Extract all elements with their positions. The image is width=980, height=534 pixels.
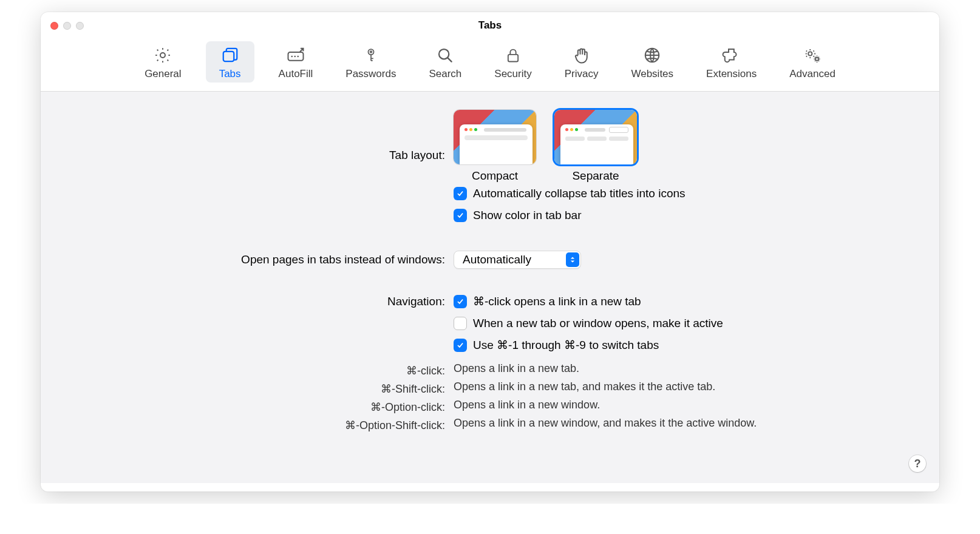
svg-point-4 (294, 56, 296, 58)
preferences-window: Tabs General Tabs AutoFill Passwords (41, 12, 939, 492)
toolbar-item-extensions[interactable]: Extensions (698, 41, 765, 83)
lock-icon (503, 45, 523, 66)
desc-key-1: ⌘-Shift-click: (65, 380, 454, 397)
toolbar-label-websites: Websites (631, 68, 673, 80)
toolbar-label-security: Security (494, 68, 531, 80)
tab-layout-compact-preview (454, 110, 536, 164)
checkbox-make-new-tab-active[interactable] (454, 317, 467, 330)
gears-icon (802, 45, 823, 66)
hand-icon (571, 45, 592, 66)
globe-icon (642, 45, 662, 66)
key-icon (361, 45, 381, 66)
tab-layout-compact-label: Compact (472, 169, 518, 183)
svg-point-5 (297, 56, 299, 58)
open-pages-value: Automatically (463, 253, 531, 266)
checkbox-collapse-tab-titles-label: Automatically collapse tab titles into i… (473, 185, 686, 202)
svg-point-6 (368, 49, 373, 55)
open-pages-popup[interactable]: Automatically (454, 251, 581, 269)
toolbar-label-extensions: Extensions (706, 68, 757, 80)
search-icon (435, 45, 455, 66)
toolbar-label-general: General (145, 68, 181, 80)
toolbar-item-autofill[interactable]: AutoFill (270, 41, 322, 83)
svg-point-0 (160, 53, 165, 58)
puzzle-icon (721, 45, 742, 66)
svg-point-3 (291, 56, 293, 58)
tab-layout-separate[interactable]: Separate (554, 110, 637, 183)
desc-val-0: Opens a link in a new tab. (454, 362, 915, 375)
toolbar-label-tabs: Tabs (219, 68, 241, 80)
toolbar-label-privacy: Privacy (565, 68, 599, 80)
toolbar-item-passwords[interactable]: Passwords (337, 41, 404, 83)
toolbar-item-general[interactable]: General (136, 41, 189, 83)
window-title: Tabs (41, 19, 939, 32)
toolbar-item-privacy[interactable]: Privacy (556, 41, 607, 83)
autofill-icon (285, 45, 306, 66)
help-button[interactable]: ? (909, 455, 926, 472)
desc-val-1: Opens a link in a new tab, and makes it … (454, 380, 915, 393)
checkbox-make-new-tab-active-label: When a new tab or window opens, make it … (473, 315, 723, 332)
toolbar-item-tabs[interactable]: Tabs (206, 41, 254, 83)
tab-layout-compact[interactable]: Compact (454, 110, 536, 183)
gear-icon (152, 45, 173, 66)
tab-layout-options: Compact Separate (454, 110, 915, 183)
svg-rect-1 (223, 52, 234, 61)
checkbox-cmd-number-switch-tabs-label: Use ⌘-1 through ⌘-9 to switch tabs (473, 337, 659, 354)
content-pane: Tab layout: Compact (41, 92, 939, 483)
tab-layout-separate-preview (554, 110, 637, 164)
toolbar-item-websites[interactable]: Websites (622, 41, 682, 83)
toolbar-item-search[interactable]: Search (420, 41, 470, 83)
titlebar: Tabs (41, 12, 939, 39)
desc-key-2: ⌘-Option-click: (65, 399, 454, 416)
checkbox-show-color-tab-bar[interactable] (454, 209, 467, 222)
toolbar-label-advanced: Advanced (789, 68, 835, 80)
checkbox-show-color-tab-bar-label: Show color in tab bar (473, 207, 582, 224)
toolbar-item-advanced[interactable]: Advanced (781, 41, 844, 83)
tab-layout-separate-label: Separate (572, 169, 619, 183)
chevron-up-down-icon (566, 252, 579, 267)
toolbar-item-security[interactable]: Security (486, 41, 540, 83)
svg-point-7 (370, 51, 372, 53)
toolbar-label-search: Search (429, 68, 461, 80)
svg-point-11 (808, 52, 812, 55)
desc-val-3: Opens a link in a new window, and makes … (454, 417, 915, 430)
svg-rect-9 (508, 55, 518, 62)
open-pages-label: Open pages in tabs instead of windows: (65, 251, 454, 268)
navigation-label: Navigation: (65, 293, 454, 310)
desc-val-2: Opens a link in a new window. (454, 399, 915, 411)
tab-layout-label: Tab layout: (65, 129, 454, 164)
preferences-toolbar: General Tabs AutoFill Passwords Search (41, 39, 939, 92)
tabs-icon (220, 45, 240, 66)
toolbar-label-passwords: Passwords (345, 68, 396, 80)
desc-key-0: ⌘-click: (65, 362, 454, 379)
toolbar-label-autofill: AutoFill (279, 68, 313, 80)
desc-key-3: ⌘-Option-Shift-click: (65, 417, 454, 434)
checkbox-collapse-tab-titles[interactable] (454, 187, 467, 200)
help-icon: ? (914, 458, 921, 470)
checkbox-cmd-click-new-tab-label: ⌘-click opens a link in a new tab (473, 293, 641, 310)
checkbox-cmd-click-new-tab[interactable] (454, 295, 467, 308)
svg-point-12 (815, 58, 818, 61)
checkbox-cmd-number-switch-tabs[interactable] (454, 339, 467, 352)
